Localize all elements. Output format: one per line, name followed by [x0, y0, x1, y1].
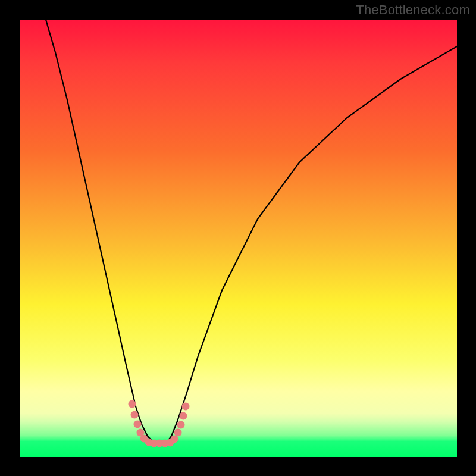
chart-container: TheBottleneck.com — [0, 0, 476, 476]
bottleneck-curve — [46, 20, 457, 445]
svg-point-1 — [131, 411, 139, 419]
optimal-region-marker — [129, 400, 190, 447]
chart-plot-area — [20, 20, 457, 457]
svg-point-2 — [134, 421, 142, 428]
chart-svg — [20, 20, 457, 457]
svg-point-14 — [182, 403, 190, 411]
svg-point-12 — [177, 421, 185, 429]
watermark-text: TheBottleneck.com — [356, 2, 470, 18]
svg-point-10 — [171, 436, 178, 443]
svg-point-13 — [180, 412, 187, 420]
svg-point-0 — [129, 400, 136, 408]
svg-point-11 — [174, 429, 182, 437]
